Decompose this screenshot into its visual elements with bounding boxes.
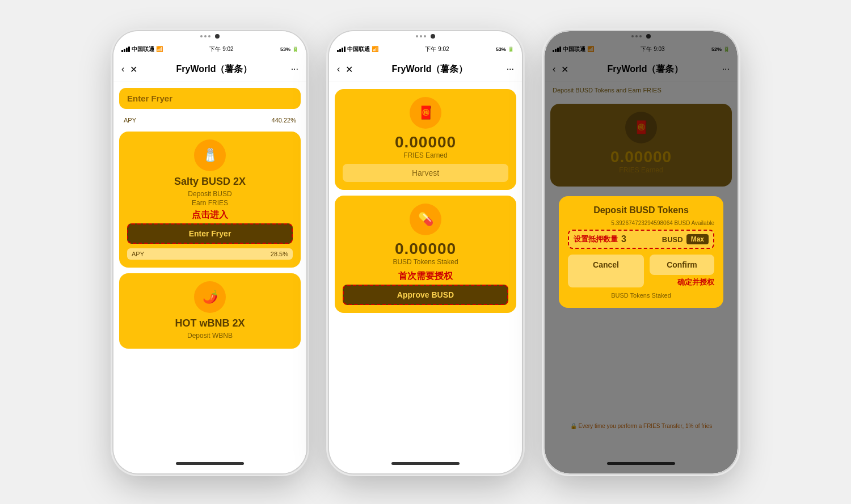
phone2-carrier: 中国联通 <box>347 45 370 53</box>
phone1-apy-value-top: 440.22% <box>272 117 296 124</box>
phone2-home-indicator <box>329 454 522 473</box>
phone2-back-btn[interactable]: ‹ <box>337 64 340 74</box>
phone2-approve-btn[interactable]: Approve BUSD <box>343 285 508 305</box>
phone3-input-row: 设置抵押数量 3 BUSD Max <box>568 230 714 249</box>
phone1-hot-title: HOT wBNB 2X <box>127 317 293 329</box>
phone3-modal-title: Deposit BUSD Tokens <box>568 205 714 215</box>
phone1-salty-apy-label: APY <box>132 251 144 257</box>
phone2-earned-icon: 🧧 <box>410 97 441 129</box>
phone1-notch <box>113 31 306 41</box>
phone1-home-indicator <box>113 454 306 473</box>
phone2-staked-card: 💊 0.00000 BUSD Tokens Staked 首次需要授权 Appr… <box>335 196 516 313</box>
phone3-modal-btns: Cancel Confirm 确定并授权 <box>568 255 714 287</box>
phone1-top-card: Enter Fryer <box>119 88 301 109</box>
phone1-status-bar: 中国联通 📶 下午 9:02 53% 🔋 <box>113 41 306 57</box>
phone3-deposit-modal: Deposit BUSD Tokens 5.392674723294598064… <box>559 196 723 308</box>
phone2-battery-icon: 🔋 <box>508 46 514 52</box>
phone2-title: FryWorld（薯条） <box>392 63 468 75</box>
phone3-confirm-btn[interactable]: Confirm <box>650 255 714 275</box>
phone1-back-btn[interactable]: ‹ <box>121 64 124 74</box>
phone3-staked-note: BUSD Tokens Staked <box>568 292 714 299</box>
phones-container: 中国联通 📶 下午 9:02 53% 🔋 ‹ ✕ FryWorld（薯条） ··… <box>0 20 851 485</box>
phone2-time: 下午 9:02 <box>425 45 449 53</box>
phone1-apy-row-salty: APY 28.5% <box>127 248 293 260</box>
phone1-hot-card: 🌶️ HOT wBNB 2X Deposit WBNB <box>119 273 301 349</box>
phone3-modal-overlay: Deposit BUSD Tokens 5.392674723294598064… <box>545 31 738 473</box>
phone-3: 中国联通 📶 下午 9:03 52% 🔋 ‹ ✕ FryWorld（薯条） ··… <box>545 31 738 473</box>
phone1-content: Enter Fryer APY 440.22% 🧂 Salty BUSD 2X … <box>113 82 306 454</box>
phone2-home-bar <box>391 462 460 465</box>
phone1-salty-line2: Earn FRIES <box>127 199 293 207</box>
phone2-close-btn[interactable]: ✕ <box>346 64 353 75</box>
phone3-max-btn[interactable]: Max <box>686 234 709 244</box>
phone1-close-btn[interactable]: ✕ <box>130 64 137 75</box>
phone3-cancel-btn[interactable]: Cancel <box>568 255 644 287</box>
phone1-enter-fryer-btn[interactable]: Enter Fryer <box>127 223 293 244</box>
phone2-wifi-icon: 📶 <box>372 46 378 52</box>
phone2-staked-red-label: 首次需要授权 <box>343 270 508 282</box>
phone2-status-bar: 中国联通 📶 下午 9:02 53% 🔋 <box>329 41 522 57</box>
phone2-earned-value: 0.00000 <box>343 133 508 151</box>
phone2-earned-label: FRIES Earned <box>343 151 508 159</box>
phone-2: 中国联通 📶 下午 9:02 53% 🔋 ‹ ✕ FryWorld（薯条） ··… <box>329 31 522 473</box>
phone2-earned-card: 🧧 0.00000 FRIES Earned Harvest <box>335 89 516 190</box>
phone1-salty-title: Salty BUSD 2X <box>127 176 293 188</box>
phone1-nav-bar: ‹ ✕ FryWorld（薯条） ··· <box>113 57 306 82</box>
phone3-confirm-red: 确定并授权 <box>650 277 714 287</box>
phone1-carrier: 中国联通 <box>132 45 154 53</box>
phone3-available-text: 5.392674723294598064 BUSD Available <box>568 220 714 226</box>
phone1-apy-label-top: APY <box>124 117 136 124</box>
phone1-battery-icon: 🔋 <box>292 46 298 52</box>
phone3-input-token: BUSD <box>662 235 683 244</box>
phone2-staked-icon: 💊 <box>410 204 441 235</box>
phone1-title: FryWorld（薯条） <box>176 63 252 75</box>
phone1-battery: 53% <box>280 46 290 52</box>
phone1-salty-apy-value: 28.5% <box>271 251 288 257</box>
phone2-nav-bar: ‹ ✕ FryWorld（薯条） ··· <box>329 57 522 82</box>
phone2-more-btn[interactable]: ··· <box>507 64 514 74</box>
phone2-harvest-btn[interactable]: Harvest <box>343 164 508 182</box>
phone1-more-btn[interactable]: ··· <box>291 64 298 74</box>
phone1-hot-icon: 🌶️ <box>194 281 226 313</box>
phone1-apy-row-top: APY 440.22% <box>119 115 301 126</box>
phone2-staked-label: BUSD Tokens Staked <box>343 258 508 266</box>
phone1-salty-red-label: 点击进入 <box>127 209 293 221</box>
phone1-salty-card: 🧂 Salty BUSD 2X Deposit BUSD Earn FRIES … <box>119 132 301 268</box>
phone1-salty-line1: Deposit BUSD <box>127 190 293 198</box>
phone2-battery: 53% <box>496 46 506 52</box>
phone1-home-bar <box>176 462 244 465</box>
phone1-enter-fryer-title: Enter Fryer <box>127 94 172 103</box>
phone1-salty-icon: 🧂 <box>194 139 226 171</box>
phone-1: 中国联通 📶 下午 9:02 53% 🔋 ‹ ✕ FryWorld（薯条） ··… <box>113 31 306 473</box>
phone2-staked-value: 0.00000 <box>343 240 508 258</box>
phone2-notch <box>329 31 522 41</box>
phone3-staking-label: 设置抵押数量 <box>574 234 618 244</box>
phone1-hot-line1: Deposit WBNB <box>127 332 293 340</box>
phone1-wifi-icon: 📶 <box>156 46 163 52</box>
phone2-content: 🧧 0.00000 FRIES Earned Harvest 💊 0.00000… <box>329 82 522 454</box>
phone1-time: 下午 9:02 <box>209 45 233 53</box>
phone3-input-value[interactable]: 3 <box>621 234 659 244</box>
